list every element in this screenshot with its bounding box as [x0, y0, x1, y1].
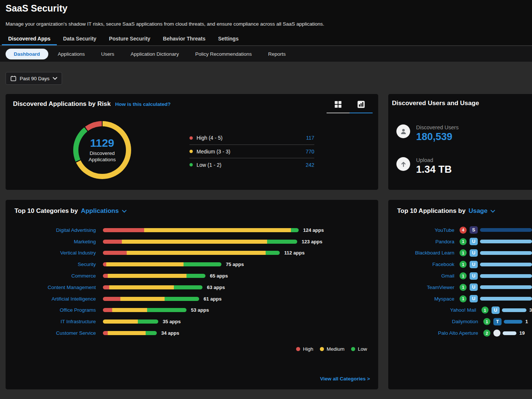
bar-segment-low: [138, 319, 158, 324]
bar-segment-medium: [144, 228, 291, 232]
date-range-filter[interactable]: Past 90 Days: [6, 72, 62, 85]
risk-legend-value[interactable]: 242: [306, 162, 314, 168]
chart-view-underline: [350, 113, 373, 113]
bar-segment-medium: [109, 285, 174, 289]
bar-segment-medium: [122, 240, 267, 244]
main-tab-discovered-apps[interactable]: Discovered Apps: [2, 33, 57, 45]
subnav-item-users[interactable]: Users: [93, 49, 122, 59]
how-calculated-link[interactable]: How is this calculated?: [115, 101, 171, 107]
application-name[interactable]: Gmail: [388, 273, 454, 279]
legend-dot-icon: [351, 347, 355, 351]
category-row: IT Infrastructure35 apps: [6, 316, 378, 327]
category-label[interactable]: Artificial Intelligence: [6, 296, 96, 302]
risk-legend-row: Low (1 - 2)242: [189, 158, 314, 171]
subnav-item-dashboard[interactable]: Dashboard: [6, 49, 48, 59]
application-name[interactable]: Blackboard Learn: [388, 250, 454, 256]
category-label[interactable]: Customer Service: [6, 330, 96, 336]
application-name[interactable]: YouTube: [388, 227, 454, 233]
chevron-down-icon: [122, 210, 127, 213]
table-view-icon[interactable]: [332, 99, 344, 110]
bar-segment-low: [184, 262, 221, 266]
risk-legend: High (4 - 5)117Medium (3 - 3)770Low (1 -…: [189, 131, 314, 171]
dashboard-content: Past 90 Days Discovered Applications by …: [0, 62, 532, 399]
user-icon: [396, 124, 410, 138]
application-name[interactable]: Pandora: [388, 239, 454, 244]
main-tabs: Discovered AppsData SecurityPosture Secu…: [2, 33, 245, 45]
sanction-state-badge: U: [470, 249, 478, 257]
category-total-label: 34 apps: [161, 330, 179, 336]
application-name[interactable]: TeamViewer: [388, 285, 454, 290]
category-stacked-bar: [103, 308, 186, 312]
categories-bar-chart: Digital Advertising124 appsMarketing123 …: [6, 224, 378, 339]
category-stacked-bar: [103, 274, 205, 278]
risk-legend-value[interactable]: 117: [306, 135, 314, 141]
sanction-state-badge: U: [470, 261, 478, 268]
application-name[interactable]: Myspace: [388, 296, 454, 302]
main-tab-settings[interactable]: Settings: [212, 33, 245, 45]
usage-value-label: 19: [519, 330, 525, 336]
category-stacked-bar: [103, 251, 280, 255]
risk-legend-row: High (4 - 5)117: [189, 131, 314, 145]
category-label[interactable]: Security: [6, 262, 96, 267]
risk-card: Discovered Applications by Risk How is t…: [6, 94, 378, 190]
bar-segment-high: [103, 240, 122, 244]
category-stacked-bar: [103, 262, 221, 266]
sanction-state-badge: U: [470, 238, 478, 245]
category-label[interactable]: IT Infrastructure: [6, 319, 96, 324]
sanction-state-badge: S: [470, 226, 478, 234]
subnav-item-policy-recommendations[interactable]: Policy Recommendations: [187, 49, 260, 59]
category-total-label: 35 apps: [163, 319, 181, 324]
view-all-categories-link[interactable]: View all Categories >: [320, 376, 370, 382]
subnav-item-reports[interactable]: Reports: [260, 49, 294, 59]
category-row: Security75 apps: [6, 259, 378, 270]
sanction-state-badge: U: [470, 295, 478, 302]
calendar-icon: [10, 75, 16, 81]
subnav-item-application-dictionary[interactable]: Application Dictionary: [123, 49, 187, 59]
main-tab-data-security[interactable]: Data Security: [57, 33, 103, 45]
legend-dot-icon: [189, 163, 193, 166]
bar-segment-low: [291, 228, 299, 232]
legend-dot-icon: [320, 347, 324, 351]
category-label[interactable]: Office Programs: [6, 307, 96, 313]
sub-nav: DashboardApplicationsUsersApplication Di…: [0, 46, 532, 62]
chart-view-icon[interactable]: [356, 99, 367, 110]
category-label[interactable]: Commerce: [6, 273, 96, 279]
main-tab-behavior-threats[interactable]: Behavior Threats: [157, 33, 212, 45]
application-name[interactable]: Palo Alto Aperture: [388, 330, 478, 336]
application-name[interactable]: Dailymotion: [388, 319, 478, 324]
bar-segment-high: [103, 297, 120, 301]
category-label[interactable]: Content Management: [6, 285, 96, 290]
application-row: Pandora1U: [388, 236, 532, 247]
risk-score-badge: 1: [481, 306, 489, 314]
application-name[interactable]: Facebook: [388, 262, 454, 267]
date-range-label: Past 90 Days: [20, 76, 49, 81]
bar-segment-low: [266, 251, 280, 255]
subnav-item-applications[interactable]: Applications: [50, 49, 93, 59]
usage-bar: [503, 331, 516, 335]
category-label[interactable]: Vertical Industry: [6, 250, 96, 256]
category-label[interactable]: Digital Advertising: [6, 227, 96, 233]
application-row: TeamViewer1U: [388, 282, 532, 293]
risk-legend-value[interactable]: 770: [306, 149, 314, 155]
sanction-state-badge: U: [492, 306, 500, 314]
upload-arrow-icon: [396, 157, 410, 171]
legend-dot-icon: [189, 136, 193, 140]
category-label[interactable]: Marketing: [6, 239, 96, 244]
bar-segment-high: [103, 308, 112, 312]
bar-segment-high: [103, 251, 127, 255]
category-row: Digital Advertising124 apps: [6, 224, 378, 236]
category-stacked-bar: [103, 240, 297, 244]
main-tab-posture-security[interactable]: Posture Security: [103, 33, 156, 45]
applications-metric-selector[interactable]: Usage: [468, 207, 495, 215]
bar-segment-low: [267, 240, 297, 244]
application-name[interactable]: Yahoo! Mail: [388, 307, 476, 313]
bar-segment-medium: [106, 262, 184, 266]
category-total-label: 53 apps: [191, 307, 209, 313]
categories-metric-selector[interactable]: Applications: [81, 207, 127, 215]
sanction-state-badge: U: [470, 283, 478, 291]
users-stat-label: Discovered Users: [416, 124, 458, 130]
application-row: Gmail1U: [388, 270, 532, 282]
bar-segment-low: [174, 285, 202, 289]
chevron-down-icon: [490, 210, 495, 213]
applications-title: Top 10 Applications by: [397, 207, 466, 215]
